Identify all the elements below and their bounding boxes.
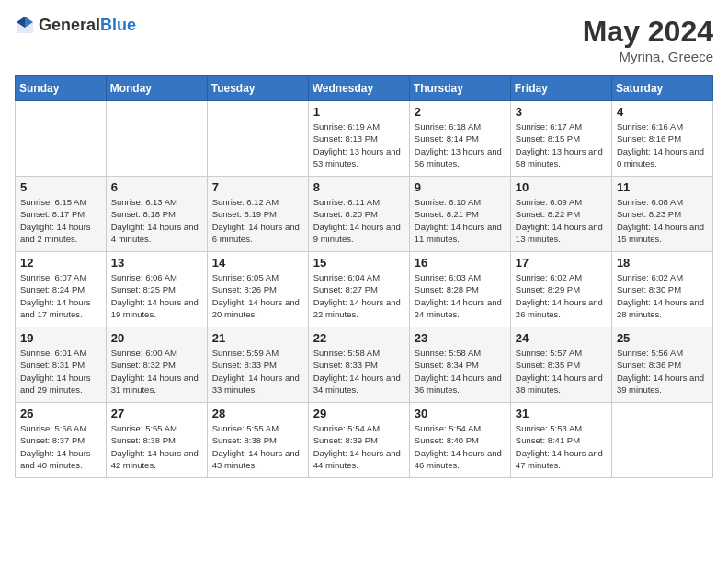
calendar-day-cell: 3Sunrise: 6:17 AM Sunset: 8:15 PM Daylig… [510,101,611,177]
calendar-day-cell: 5Sunrise: 6:15 AM Sunset: 8:17 PM Daylig… [16,177,107,252]
day-number: 19 [20,331,101,345]
day-info: Sunrise: 6:03 AM Sunset: 8:28 PM Dayligh… [415,271,506,320]
day-info: Sunrise: 5:54 AM Sunset: 8:39 PM Dayligh… [313,422,404,471]
calendar-day-cell: 12Sunrise: 6:07 AM Sunset: 8:24 PM Dayli… [16,252,107,327]
calendar-day-cell: 9Sunrise: 6:10 AM Sunset: 8:21 PM Daylig… [409,177,510,252]
day-number: 7 [212,180,303,194]
calendar-day-cell: 19Sunrise: 6:01 AM Sunset: 8:31 PM Dayli… [16,327,107,403]
day-number: 10 [516,180,607,194]
day-info: Sunrise: 6:17 AM Sunset: 8:15 PM Dayligh… [516,121,607,169]
title-block: May 2024 Myrina, Greece [583,15,713,64]
calendar-day-cell: 11Sunrise: 6:08 AM Sunset: 8:23 PM Dayli… [611,177,712,252]
day-info: Sunrise: 5:55 AM Sunset: 8:38 PM Dayligh… [212,422,303,471]
day-number: 29 [313,407,404,420]
day-info: Sunrise: 6:15 AM Sunset: 8:17 PM Dayligh… [20,196,101,245]
day-of-week-header: Monday [106,76,207,101]
day-number: 24 [516,331,607,345]
day-info: Sunrise: 6:01 AM Sunset: 8:31 PM Dayligh… [20,347,101,396]
day-number: 20 [111,331,202,345]
day-number: 17 [516,256,607,270]
day-info: Sunrise: 6:18 AM Sunset: 8:14 PM Dayligh… [415,121,506,169]
calendar-day-cell: 6Sunrise: 6:13 AM Sunset: 8:18 PM Daylig… [106,177,207,252]
calendar-day-cell [16,101,107,177]
day-info: Sunrise: 6:09 AM Sunset: 8:22 PM Dayligh… [516,196,607,245]
day-number: 31 [516,407,607,420]
calendar-day-cell: 8Sunrise: 6:11 AM Sunset: 8:20 PM Daylig… [308,177,409,252]
day-number: 9 [415,180,506,194]
day-of-week-header: Tuesday [207,76,308,101]
calendar-day-cell: 1Sunrise: 6:19 AM Sunset: 8:13 PM Daylig… [308,101,409,177]
calendar-day-cell [611,403,712,478]
day-info: Sunrise: 6:11 AM Sunset: 8:20 PM Dayligh… [313,196,404,245]
calendar-day-cell: 25Sunrise: 5:56 AM Sunset: 8:36 PM Dayli… [611,327,712,403]
day-info: Sunrise: 5:56 AM Sunset: 8:37 PM Dayligh… [20,422,101,471]
day-number: 5 [20,180,101,194]
day-info: Sunrise: 6:04 AM Sunset: 8:27 PM Dayligh… [313,271,404,320]
day-info: Sunrise: 6:08 AM Sunset: 8:23 PM Dayligh… [617,196,708,245]
calendar-week-row: 19Sunrise: 6:01 AM Sunset: 8:31 PM Dayli… [16,327,713,403]
day-info: Sunrise: 6:02 AM Sunset: 8:29 PM Dayligh… [516,271,607,320]
day-number: 6 [111,180,202,194]
calendar-day-cell: 23Sunrise: 5:58 AM Sunset: 8:34 PM Dayli… [409,327,510,403]
day-number: 26 [20,407,101,420]
calendar-day-cell: 15Sunrise: 6:04 AM Sunset: 8:27 PM Dayli… [308,252,409,327]
day-number: 21 [212,331,303,345]
day-info: Sunrise: 6:02 AM Sunset: 8:30 PM Dayligh… [617,271,708,320]
month-title: May 2024 [583,15,713,49]
day-number: 8 [313,180,404,194]
day-number: 12 [20,256,101,270]
day-info: Sunrise: 5:56 AM Sunset: 8:36 PM Dayligh… [617,347,708,396]
calendar-day-cell: 13Sunrise: 6:06 AM Sunset: 8:25 PM Dayli… [106,252,207,327]
day-of-week-header: Wednesday [308,76,409,101]
calendar-week-row: 1Sunrise: 6:19 AM Sunset: 8:13 PM Daylig… [16,101,713,177]
day-number: 2 [415,105,506,119]
day-info: Sunrise: 6:19 AM Sunset: 8:13 PM Dayligh… [313,121,404,169]
calendar-day-cell: 10Sunrise: 6:09 AM Sunset: 8:22 PM Dayli… [510,177,611,252]
logo-text: GeneralBlue [39,16,136,35]
calendar-day-cell [207,101,308,177]
logo-general: General [39,16,100,34]
day-number: 30 [415,407,506,420]
day-number: 25 [617,331,708,345]
calendar-day-cell: 14Sunrise: 6:05 AM Sunset: 8:26 PM Dayli… [207,252,308,327]
day-info: Sunrise: 6:00 AM Sunset: 8:32 PM Dayligh… [111,347,202,396]
day-of-week-header: Sunday [16,76,107,101]
day-of-week-header: Friday [510,76,611,101]
calendar-day-cell: 22Sunrise: 5:58 AM Sunset: 8:33 PM Dayli… [308,327,409,403]
day-number: 3 [516,105,607,119]
day-info: Sunrise: 6:13 AM Sunset: 8:18 PM Dayligh… [111,196,202,245]
day-info: Sunrise: 5:54 AM Sunset: 8:40 PM Dayligh… [415,422,506,471]
day-info: Sunrise: 6:06 AM Sunset: 8:25 PM Dayligh… [111,271,202,320]
calendar-day-cell: 18Sunrise: 6:02 AM Sunset: 8:30 PM Dayli… [611,252,712,327]
page-header: GeneralBlue May 2024 Myrina, Greece [15,15,713,64]
calendar-day-cell: 26Sunrise: 5:56 AM Sunset: 8:37 PM Dayli… [16,403,107,478]
calendar-day-cell: 24Sunrise: 5:57 AM Sunset: 8:35 PM Dayli… [510,327,611,403]
day-info: Sunrise: 6:12 AM Sunset: 8:19 PM Dayligh… [212,196,303,245]
calendar-week-row: 5Sunrise: 6:15 AM Sunset: 8:17 PM Daylig… [16,177,713,252]
logo: GeneralBlue [15,15,136,35]
day-info: Sunrise: 5:59 AM Sunset: 8:33 PM Dayligh… [212,347,303,396]
day-info: Sunrise: 5:55 AM Sunset: 8:38 PM Dayligh… [111,422,202,471]
day-info: Sunrise: 6:16 AM Sunset: 8:16 PM Dayligh… [617,121,708,169]
calendar-day-cell: 28Sunrise: 5:55 AM Sunset: 8:38 PM Dayli… [207,403,308,478]
location: Myrina, Greece [583,49,713,64]
calendar-week-row: 26Sunrise: 5:56 AM Sunset: 8:37 PM Dayli… [16,403,713,478]
day-number: 15 [313,256,404,270]
day-number: 4 [617,105,708,119]
header-row: SundayMondayTuesdayWednesdayThursdayFrid… [16,76,713,101]
general-blue-icon [15,15,35,35]
day-number: 14 [212,256,303,270]
calendar-day-cell: 21Sunrise: 5:59 AM Sunset: 8:33 PM Dayli… [207,327,308,403]
calendar-day-cell: 4Sunrise: 6:16 AM Sunset: 8:16 PM Daylig… [611,101,712,177]
day-number: 13 [111,256,202,270]
day-number: 27 [111,407,202,420]
day-number: 1 [313,105,404,119]
calendar-day-cell: 16Sunrise: 6:03 AM Sunset: 8:28 PM Dayli… [409,252,510,327]
day-info: Sunrise: 6:05 AM Sunset: 8:26 PM Dayligh… [212,271,303,320]
calendar-day-cell [106,101,207,177]
day-of-week-header: Saturday [611,76,712,101]
day-number: 22 [313,331,404,345]
calendar-day-cell: 30Sunrise: 5:54 AM Sunset: 8:40 PM Dayli… [409,403,510,478]
day-of-week-header: Thursday [409,76,510,101]
calendar-day-cell: 7Sunrise: 6:12 AM Sunset: 8:19 PM Daylig… [207,177,308,252]
